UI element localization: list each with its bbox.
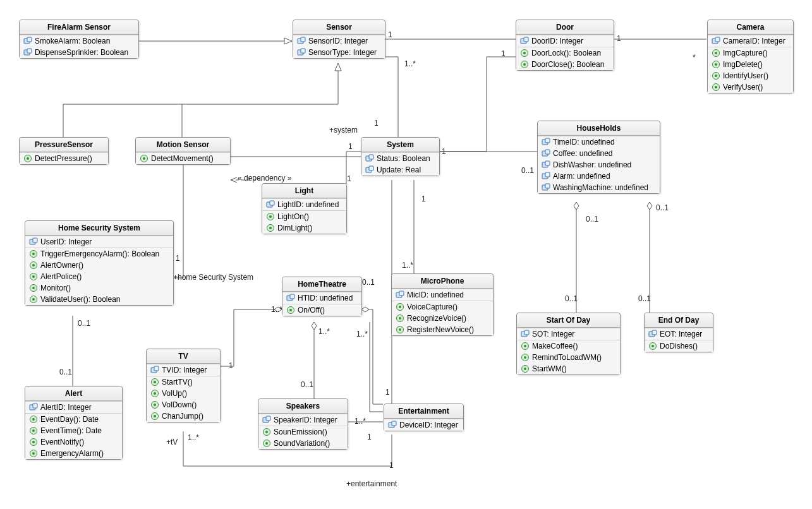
- class-door[interactable]: Door DoorID: Integer DoorLock(): Boolean…: [516, 20, 614, 71]
- class-title: Alert: [25, 386, 122, 401]
- attribute-icon: [365, 165, 374, 174]
- attribute-icon: [297, 37, 306, 45]
- member-text: LightOn(): [277, 212, 309, 221]
- svg-point-85: [399, 306, 401, 308]
- class-pressure-sensor[interactable]: PressureSensor DetectPressure(): [19, 137, 109, 165]
- operation-icon: [140, 154, 148, 163]
- mult: 1..*: [354, 417, 366, 426]
- mult: 1..*: [188, 433, 199, 442]
- class-title: Door: [516, 20, 614, 35]
- attribute-row: SensorID: Integer: [293, 35, 385, 47]
- operation-icon: [521, 342, 530, 350]
- mult: 1: [348, 142, 353, 151]
- class-hometheatre[interactable]: HomeTheatre HTID: undefined On/Off(): [282, 277, 362, 316]
- mult: 1: [442, 147, 446, 156]
- svg-point-121: [32, 452, 35, 455]
- svg-rect-47: [369, 155, 373, 159]
- attribute-row: SmokeAlarm: Boolean: [20, 35, 138, 47]
- member-text: VoiceCapture(): [407, 302, 458, 311]
- attribute-row: Alarm: undefined: [538, 171, 660, 182]
- operation-icon: [520, 49, 529, 57]
- class-title: PressureSensor: [20, 138, 108, 152]
- operation-icon: [712, 49, 720, 57]
- mult: 1..*: [318, 327, 330, 336]
- member-text: SoundVariation(): [274, 439, 330, 448]
- attribute-icon: [29, 237, 38, 246]
- svg-rect-103: [154, 366, 159, 371]
- class-title: Home Security System: [25, 221, 173, 236]
- class-title: Light: [262, 184, 346, 198]
- svg-rect-113: [33, 404, 37, 408]
- attribute-row: CameraID: Integer: [708, 35, 793, 47]
- attribute-row: DispenseSprinkler: Boolean: [20, 47, 138, 58]
- class-firealarm-sensor[interactable]: FireAlarm Sensor SmokeAlarm: BooleanDisp…: [19, 20, 139, 59]
- operation-icon: [29, 295, 38, 304]
- class-tv[interactable]: TV TVID: Integer StartTV()VolUp()VolDown…: [146, 349, 221, 422]
- mult: 1: [374, 119, 379, 128]
- operation-row: AlertOwner(): [25, 260, 173, 271]
- svg-point-97: [524, 368, 526, 370]
- operation-icon: [266, 224, 275, 232]
- member-text: WashingMachine: undefined: [553, 183, 648, 192]
- class-title: FireAlarm Sensor: [20, 20, 138, 35]
- class-speakers[interactable]: Speakers SpeakerID: Integer SounEmission…: [258, 398, 348, 450]
- member-text: StartWM(): [532, 364, 567, 373]
- operation-row: MakeCoffee(): [517, 340, 620, 352]
- class-light[interactable]: Light LightID: undefined LightOn()DimLig…: [262, 183, 347, 234]
- member-text: EmergencyAlarm(): [40, 449, 104, 458]
- attribute-row: DeviceID: Integer: [384, 419, 463, 431]
- class-sensor[interactable]: Sensor SensorID: IntegerSensorType: Inte…: [293, 20, 385, 59]
- class-title: Sensor: [293, 20, 385, 35]
- operation-row: RemindToLoadWM(): [517, 352, 620, 363]
- operation-icon: [396, 302, 404, 311]
- operation-row: EventTime(): Date: [25, 425, 122, 436]
- class-home-security-system[interactable]: Home Security System UserID: Integer Tri…: [25, 220, 174, 306]
- operation-icon: [29, 449, 38, 458]
- member-text: AlertID: Integer: [40, 403, 92, 412]
- operation-icon: [29, 415, 38, 424]
- attribute-icon: [297, 48, 306, 57]
- member-text: TimeID: undefined: [553, 138, 615, 147]
- member-text: EventTime(): Date: [40, 426, 102, 435]
- member-text: ImgDelete(): [723, 60, 763, 69]
- class-start-of-day[interactable]: Start Of Day SOT: Integer MakeCoffee()Re…: [516, 313, 621, 375]
- operation-row: SounEmission(): [258, 426, 348, 438]
- svg-point-107: [154, 392, 156, 395]
- class-microphone[interactable]: MicroPhone MicID: undefined VoiceCapture…: [391, 273, 494, 336]
- attribute-row: Update: Real: [361, 164, 439, 176]
- mult: 0..1: [521, 166, 534, 175]
- class-system[interactable]: System Status: BooleanUpdate: Real: [361, 137, 440, 176]
- operation-icon: [29, 284, 38, 292]
- svg-rect-129: [392, 421, 396, 426]
- attribute-row: HTID: undefined: [282, 292, 361, 304]
- svg-rect-27: [524, 37, 528, 42]
- class-entertainment[interactable]: Entertainment DeviceID: Integer: [384, 404, 464, 431]
- attribute-row: EOT: Integer: [645, 328, 713, 340]
- class-end-of-day[interactable]: End Of Day EOT: Integer DoDishes(): [644, 313, 713, 352]
- member-text: RegisterNewVoice(): [407, 325, 474, 334]
- class-alert[interactable]: Alert AlertID: Integer EventDay(): DateE…: [25, 386, 123, 460]
- operation-row: AlertPolice(): [25, 271, 173, 282]
- role-system: +system: [329, 126, 358, 135]
- mult: 1: [347, 174, 351, 183]
- svg-point-105: [154, 381, 156, 383]
- svg-point-63: [269, 215, 272, 218]
- member-text: VolDown(): [162, 400, 197, 409]
- operation-row: On/Off(): [282, 304, 361, 316]
- member-text: SpeakerID: Integer: [274, 416, 337, 424]
- svg-rect-67: [33, 238, 37, 243]
- member-text: RemindToLoadWM(): [532, 353, 602, 362]
- svg-point-75: [32, 287, 35, 289]
- mult: *: [693, 53, 696, 62]
- operation-row: DoDishes(): [645, 340, 713, 352]
- class-households[interactable]: HouseHolds TimeID: undefinedCoffee: unde…: [537, 121, 660, 194]
- attribute-row: Status: Boolean: [361, 153, 439, 164]
- class-camera[interactable]: Camera CameraID: Integer ImgCapture()Img…: [707, 20, 794, 93]
- class-motion-sensor[interactable]: Motion Sensor DetectMovement(): [135, 137, 231, 165]
- attribute-row: MicID: undefined: [392, 289, 493, 301]
- operation-row: DoorLock(): Boolean: [516, 47, 614, 59]
- svg-point-93: [524, 345, 526, 347]
- member-text: SensorID: Integer: [308, 37, 368, 45]
- svg-point-119: [32, 441, 35, 443]
- operation-icon: [396, 325, 404, 334]
